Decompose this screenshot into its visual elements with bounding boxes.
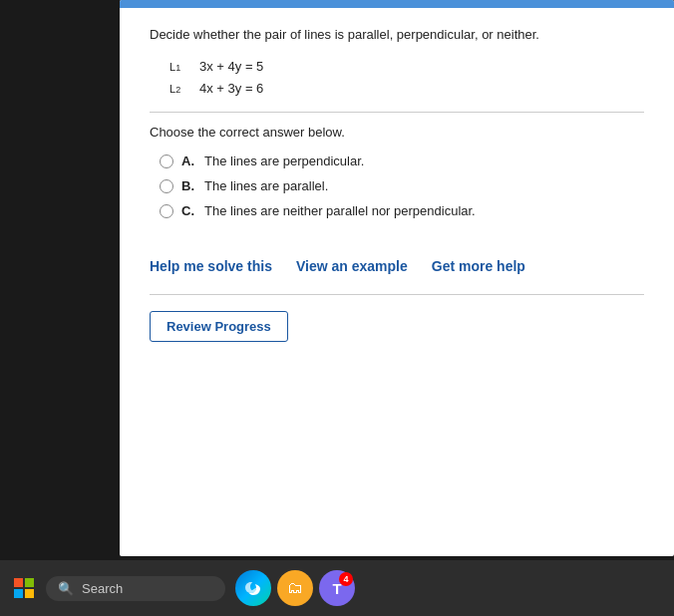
option-b-text: The lines are parallel. bbox=[204, 178, 328, 193]
options-list: A. The lines are perpendicular. B. The l… bbox=[160, 154, 644, 218]
radio-c[interactable] bbox=[160, 204, 173, 218]
subscript-1: 1 bbox=[175, 61, 180, 76]
option-a-text: The lines are perpendicular. bbox=[204, 154, 364, 168]
get-more-help-link[interactable]: Get more help bbox=[432, 258, 525, 274]
option-a[interactable]: A. The lines are perpendicular. bbox=[160, 154, 644, 168]
help-me-solve-link[interactable]: Help me solve this bbox=[150, 258, 272, 274]
teams-icon[interactable]: T 4 bbox=[319, 570, 355, 606]
divider-1 bbox=[150, 112, 644, 113]
equation-text-2: 4x + 3y = 6 bbox=[199, 78, 263, 100]
windows-icon bbox=[14, 578, 34, 598]
option-b[interactable]: B. The lines are parallel. bbox=[160, 178, 644, 193]
review-progress-button[interactable]: Review Progress bbox=[150, 311, 288, 342]
divider-2 bbox=[150, 294, 644, 295]
main-screen: Decide whether the pair of lines is para… bbox=[120, 0, 674, 556]
equation-line-1: L1 3x + 4y = 5 bbox=[169, 56, 644, 78]
view-example-link[interactable]: View an example bbox=[296, 258, 408, 274]
equations-block: L1 3x + 4y = 5 L2 4x + 3y = 6 bbox=[169, 56, 644, 100]
option-c[interactable]: C. The lines are neither parallel nor pe… bbox=[160, 203, 644, 218]
radio-b[interactable] bbox=[160, 179, 173, 193]
question-instruction: Decide whether the pair of lines is para… bbox=[150, 26, 644, 44]
equation-line-2: L2 4x + 3y = 6 bbox=[169, 78, 644, 100]
radio-a[interactable] bbox=[160, 154, 173, 168]
option-c-text: The lines are neither parallel nor perpe… bbox=[204, 203, 476, 218]
line-label-2: L2 bbox=[169, 80, 191, 99]
taskbar-icons: 🗂 T 4 bbox=[235, 570, 355, 606]
option-c-letter: C. bbox=[181, 203, 194, 218]
content-area: Decide whether the pair of lines is para… bbox=[120, 8, 674, 352]
actions-row: Help me solve this View an example Get m… bbox=[150, 248, 644, 284]
taskbar: 🔍 Search 🗂 T 4 bbox=[0, 560, 674, 616]
search-label: Search bbox=[82, 581, 123, 596]
teams-badge: 4 bbox=[339, 572, 353, 586]
top-bar bbox=[120, 0, 674, 8]
line-label-1: L1 bbox=[169, 58, 191, 77]
windows-button[interactable] bbox=[8, 572, 40, 604]
option-b-letter: B. bbox=[181, 178, 194, 193]
choose-text: Choose the correct answer below. bbox=[150, 125, 644, 140]
left-panel bbox=[0, 0, 120, 560]
search-icon: 🔍 bbox=[58, 581, 74, 596]
files-icon[interactable]: 🗂 bbox=[277, 570, 313, 606]
search-bar[interactable]: 🔍 Search bbox=[46, 576, 225, 601]
edge-icon[interactable] bbox=[235, 570, 271, 606]
equation-text-1: 3x + 4y = 5 bbox=[199, 56, 263, 78]
option-a-letter: A. bbox=[181, 154, 194, 168]
subscript-2: 2 bbox=[175, 83, 180, 98]
